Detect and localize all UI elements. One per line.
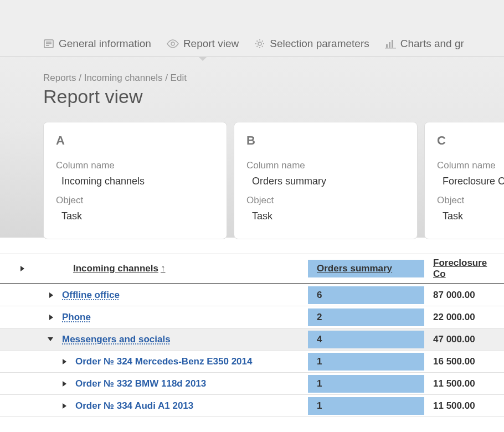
table-header-row: Incoming channels↑ Orders summary Forecl… <box>0 254 504 284</box>
table-row[interactable]: Phone 2 22 000.00 <box>0 306 504 328</box>
channel-link[interactable]: Offline office <box>62 290 120 301</box>
object-label: Object <box>56 195 214 206</box>
column-name-field[interactable]: Foreclosure Co <box>437 173 504 195</box>
header-foreclosure[interactable]: Foreclosure Co <box>424 254 504 283</box>
row-expand-toggle[interactable] <box>35 289 58 301</box>
tab-label: Report view <box>183 38 239 50</box>
card-letter: C <box>437 133 504 148</box>
tab-label: Selection parameters <box>270 38 369 50</box>
svg-point-4 <box>171 42 174 45</box>
object-label: Object <box>246 195 405 206</box>
tab-label: General information <box>59 38 151 50</box>
column-name-field[interactable]: Orders summary <box>246 173 405 195</box>
chevron-right-icon <box>20 266 24 271</box>
column-cards: A Column name Incoming channels Object T… <box>0 107 504 239</box>
card-letter: B <box>246 133 405 148</box>
row-expand-toggle[interactable] <box>49 378 71 390</box>
foreclosure-value: 87 000.00 <box>424 286 504 304</box>
orders-value: 6 <box>308 286 424 304</box>
column-name-label: Column name <box>56 160 214 171</box>
row-expand-toggle[interactable] <box>49 356 71 368</box>
column-card-b[interactable]: B Column name Orders summary Object Task <box>234 122 418 239</box>
order-link[interactable]: Order № 332 BMW 118d 2013 <box>75 378 206 389</box>
orders-value: 1 <box>308 353 424 371</box>
tab-label: Charts and gr <box>400 38 464 50</box>
chevron-right-icon <box>49 315 53 320</box>
table-row[interactable]: Order № 334 Audi A1 2013 1 11 500.00 <box>0 395 504 417</box>
svg-rect-7 <box>389 42 390 48</box>
svg-rect-8 <box>392 40 393 48</box>
row-expand-toggle[interactable] <box>49 400 71 412</box>
eye-icon <box>167 39 179 48</box>
table-row[interactable]: Messengers and socials 4 47 000.00 <box>0 328 504 351</box>
tab-charts[interactable]: Charts and gr <box>385 38 464 56</box>
svg-point-5 <box>258 42 261 45</box>
tab-report-view[interactable]: Report view <box>167 38 239 56</box>
chevron-down-icon <box>48 337 53 341</box>
chevron-right-icon <box>63 381 66 387</box>
gear-icon <box>254 38 265 49</box>
orders-value: 4 <box>308 331 424 348</box>
svg-rect-6 <box>386 44 388 48</box>
report-table: Incoming channels↑ Orders summary Forecl… <box>0 254 504 417</box>
object-field[interactable]: Task <box>56 208 214 230</box>
page-title: Report view <box>0 84 504 107</box>
bar-chart-icon <box>385 39 396 49</box>
column-card-a[interactable]: A Column name Incoming channels Object T… <box>43 122 227 239</box>
foreclosure-value: 22 000.00 <box>424 308 504 326</box>
header-orders-summary[interactable]: Orders summary <box>308 260 424 277</box>
foreclosure-value: 16 500.00 <box>424 353 504 371</box>
channel-link[interactable]: Phone <box>62 312 91 323</box>
order-link[interactable]: Order № 334 Audi A1 2013 <box>75 400 193 412</box>
chevron-right-icon <box>63 359 66 364</box>
object-field[interactable]: Task <box>246 208 405 230</box>
column-card-c[interactable]: C Column name Foreclosure Co Object Task <box>424 122 504 239</box>
card-letter: A <box>56 133 214 148</box>
row-collapse-toggle[interactable] <box>35 334 58 344</box>
tab-general-information[interactable]: General information <box>43 38 151 56</box>
column-name-field[interactable]: Incoming channels <box>56 173 214 195</box>
chevron-right-icon <box>63 403 66 409</box>
column-name-label: Column name <box>246 160 405 171</box>
orders-value: 1 <box>308 397 424 415</box>
header-incoming-channels[interactable]: Incoming channels↑ <box>69 260 308 277</box>
order-link[interactable]: Order № 324 Mercedes-Benz E350 2014 <box>75 356 252 367</box>
channel-link[interactable]: Messengers and socials <box>62 334 171 345</box>
tabs-bar: General information Report view Selectio… <box>0 0 504 57</box>
tab-selection-parameters[interactable]: Selection parameters <box>254 38 369 56</box>
foreclosure-value: 11 500.00 <box>424 397 504 415</box>
object-field[interactable]: Task <box>437 208 504 230</box>
object-label: Object <box>437 195 504 206</box>
orders-value: 2 <box>308 308 424 326</box>
sort-ascending-icon: ↑ <box>161 263 166 274</box>
table-row[interactable]: Order № 324 Mercedes-Benz E350 2014 1 16… <box>0 351 504 373</box>
expand-all-toggle[interactable] <box>0 263 29 275</box>
table-row[interactable]: Offline office 6 87 000.00 <box>0 284 504 306</box>
breadcrumb[interactable]: Reports / Incoming channels / Edit <box>0 57 504 84</box>
column-name-label: Column name <box>437 160 504 171</box>
foreclosure-value: 11 500.00 <box>424 375 504 393</box>
document-icon <box>43 39 54 49</box>
row-expand-toggle[interactable] <box>35 311 58 323</box>
orders-value: 1 <box>308 375 424 393</box>
foreclosure-value: 47 000.00 <box>424 331 504 348</box>
table-row[interactable]: Order № 332 BMW 118d 2013 1 11 500.00 <box>0 373 504 395</box>
chevron-right-icon <box>49 292 53 298</box>
